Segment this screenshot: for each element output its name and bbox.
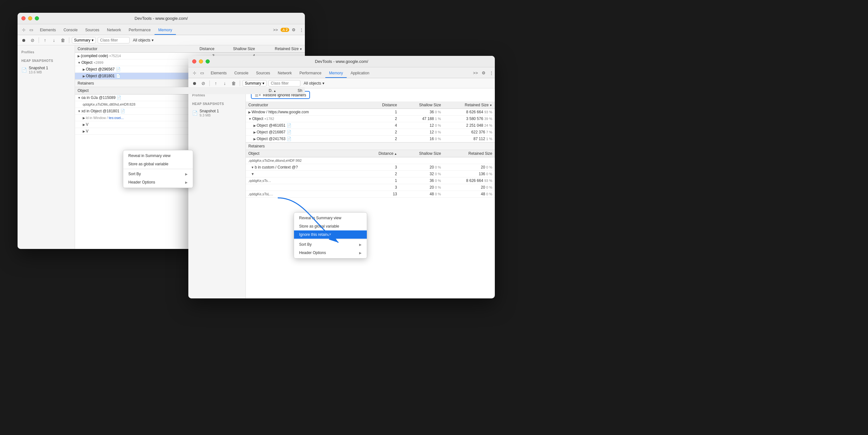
table-row[interactable]: ▶Object @461651 📄 4 12 0 % 2 251 048 24 … — [246, 122, 495, 129]
tab-application-2[interactable]: Application — [347, 69, 373, 78]
cm-sortby-1[interactable]: Sort By ▶ — [123, 170, 193, 178]
cm-ignore-2[interactable]: Ignore this retainer — [294, 230, 367, 239]
all-objects-arrow-2: ▾ — [322, 81, 324, 86]
upload-btn-1[interactable]: ↑ — [41, 37, 49, 44]
table-row[interactable]: ▶Object @241763 📄 2 16 0 % 87 112 1 % — [246, 136, 495, 142]
more-tabs-icon-2[interactable]: >> — [472, 70, 479, 76]
col-header-constructor-2[interactable]: Constructor — [246, 101, 370, 109]
expand-arrow[interactable]: ▼ — [78, 96, 81, 100]
tab-elements-2[interactable]: Elements — [207, 69, 230, 78]
cm-store-1[interactable]: Store as global variable — [123, 160, 193, 168]
col-header-object-1[interactable]: Object — [75, 87, 252, 94]
expand-arrow[interactable]: ▶ — [253, 137, 256, 141]
col-header-d-1[interactable]: D. — [252, 87, 279, 94]
clear-btn-2[interactable]: ⊘ — [200, 80, 207, 87]
expand-arrow[interactable]: ▼ — [78, 61, 81, 64]
table-row[interactable]: ,qddgKe,sTsDne,dtlond,eHDF:992 — [246, 157, 495, 164]
tab-performance-1[interactable]: Performance — [125, 26, 155, 35]
more-tabs-icon-1[interactable]: >> — [272, 27, 279, 33]
minimize-button-1[interactable] — [28, 16, 32, 21]
expand-arrow[interactable]: ▶ — [83, 130, 85, 133]
col-header-retained-2[interactable]: Retained Size — [443, 101, 495, 109]
col-header-shallow-2[interactable]: Shallow Size — [400, 101, 444, 109]
clear-btn-1[interactable]: ⊘ — [29, 37, 36, 44]
summary-select-2[interactable]: Summary ▾ — [243, 80, 267, 87]
record-btn-2[interactable]: ⏺ — [191, 80, 198, 87]
table-row[interactable]: ▶Object @216867 📄 2 12 0 % 622 376 7 % — [246, 129, 495, 136]
expand-arrow[interactable]: ▶ — [83, 74, 85, 78]
table-row[interactable]: 3 20 0 % 20 0 % — [246, 184, 495, 191]
device-icon[interactable]: ▭ — [28, 26, 35, 33]
class-filter-input-2[interactable] — [269, 80, 301, 87]
table-row[interactable]: ,qddgKe,sTs… 1 36 0 % 8 626 664 93 % — [246, 178, 495, 184]
download-btn-1[interactable]: ↓ — [51, 37, 58, 44]
cm-reveal-1[interactable]: Reveal in Summary view — [123, 152, 193, 160]
tab-performance-2[interactable]: Performance — [296, 69, 325, 78]
tab-sources-1[interactable]: Sources — [82, 26, 103, 35]
all-objects-arrow-1: ▾ — [152, 38, 154, 42]
kebab-icon-1[interactable]: ⋮ — [298, 27, 305, 33]
download-btn-2[interactable]: ↓ — [221, 80, 228, 87]
upload-btn-2[interactable]: ↑ — [212, 80, 219, 87]
tab-console-2[interactable]: Console — [230, 69, 252, 78]
expand-arrow[interactable]: ▶ — [78, 54, 80, 58]
all-objects-select-2[interactable]: All objects ▾ — [304, 81, 324, 86]
col-header-shallow-r-2[interactable]: Shallow Size — [400, 150, 444, 157]
expand-arrow[interactable]: ▶ — [83, 68, 85, 71]
close-button-1[interactable] — [21, 16, 26, 21]
expand-arrow[interactable]: ▶ — [83, 123, 85, 126]
expand-arrow[interactable]: ▼ — [78, 110, 81, 113]
cm-headeroptions-2[interactable]: Header Options ▶ — [294, 249, 367, 257]
maximize-button-2[interactable] — [206, 59, 210, 63]
inspect-icon[interactable]: ⊹ — [20, 26, 27, 33]
col-header-retained-1[interactable]: Retained Size — [258, 45, 305, 53]
expand-arrow[interactable]: ▼ — [248, 117, 252, 121]
col-header-distance-2[interactable]: Distance — [370, 101, 400, 109]
all-objects-select-1[interactable]: All objects ▾ — [133, 38, 154, 42]
kebab-icon-2[interactable]: ⋮ — [488, 70, 495, 76]
snapshot-item-1[interactable]: 📄 Snapshot 1 13.6 MB — [18, 64, 75, 76]
snapshot-item-2[interactable]: 📄 Snapshot 1 9.3 MB — [188, 107, 246, 119]
settings-icon-2[interactable]: ⚙ — [480, 70, 487, 76]
table-row[interactable]: ▶Window / https://www.google.com 1 36 0 … — [246, 109, 495, 116]
close-button-2[interactable] — [192, 59, 196, 63]
expand-arrow[interactable]: ▶ — [253, 124, 256, 127]
expand-arrow[interactable]: ▼ — [251, 166, 254, 169]
col-header-dist-2[interactable]: Distance — [370, 150, 400, 157]
minimize-button-2[interactable] — [199, 59, 203, 63]
col-header-object-2[interactable]: Object — [246, 150, 370, 157]
summary-select-1[interactable]: Summary ▾ — [72, 37, 96, 43]
class-filter-input-1[interactable] — [98, 37, 130, 43]
tab-memory-2[interactable]: Memory — [325, 69, 347, 78]
cm-headeroptions-1[interactable]: Header Options ▶ — [123, 178, 193, 186]
collect-btn-2[interactable]: 🗑 — [230, 80, 237, 87]
record-btn-1[interactable]: ⏺ — [20, 37, 27, 44]
cm-sortby-2[interactable]: Sort By ▶ — [294, 240, 367, 249]
col-header-sh-1[interactable]: Sh — [279, 87, 305, 94]
collect-btn-1[interactable]: 🗑 — [59, 37, 66, 44]
tab-network-2[interactable]: Network — [274, 69, 296, 78]
tab-console-1[interactable]: Console — [60, 26, 82, 35]
expand-arrow[interactable]: ▶ — [83, 116, 85, 120]
col-header-retained-r-2[interactable]: Retained Size — [443, 150, 495, 157]
expand-arrow[interactable]: ▶ — [248, 111, 251, 114]
sidebar-2: Profiles HEAP SNAPSHOTS 📄 Snapshot 1 9.3… — [188, 88, 246, 299]
tab-network-1[interactable]: Network — [103, 26, 125, 35]
maximize-button-1[interactable] — [35, 16, 39, 21]
tab-sources-2[interactable]: Sources — [252, 69, 274, 78]
table-row[interactable]: ,qddgKe,sTsL… 13 48 0 % 48 0 % — [246, 191, 495, 197]
table-row[interactable]: ▼ 2 32 0 % 136 0 % — [246, 171, 495, 178]
col-header-shallow-1[interactable]: Shallow Size — [217, 45, 258, 53]
col-header-constructor-1[interactable]: Constructor — [75, 45, 190, 53]
tab-memory-1[interactable]: Memory — [155, 26, 176, 35]
cm-store-2[interactable]: Store as global variable — [294, 222, 367, 230]
cm-reveal-2[interactable]: Reveal in Summary view — [294, 214, 367, 222]
settings-icon-1[interactable]: ⚙ — [290, 27, 297, 33]
device-icon-2[interactable]: ▭ — [198, 69, 206, 76]
tab-elements-1[interactable]: Elements — [36, 26, 60, 35]
inspect-icon-2[interactable]: ⊹ — [191, 69, 198, 76]
table-row[interactable]: ▼b in custom / Context @? 3 20 0 % 20 0 … — [246, 164, 495, 171]
table-row[interactable]: ▼Object ×1782 2 47 188 1 % 3 580 576 39 … — [246, 116, 495, 122]
expand-arrow[interactable]: ▶ — [253, 130, 256, 134]
col-header-distance-1[interactable]: Distance — [190, 45, 217, 53]
